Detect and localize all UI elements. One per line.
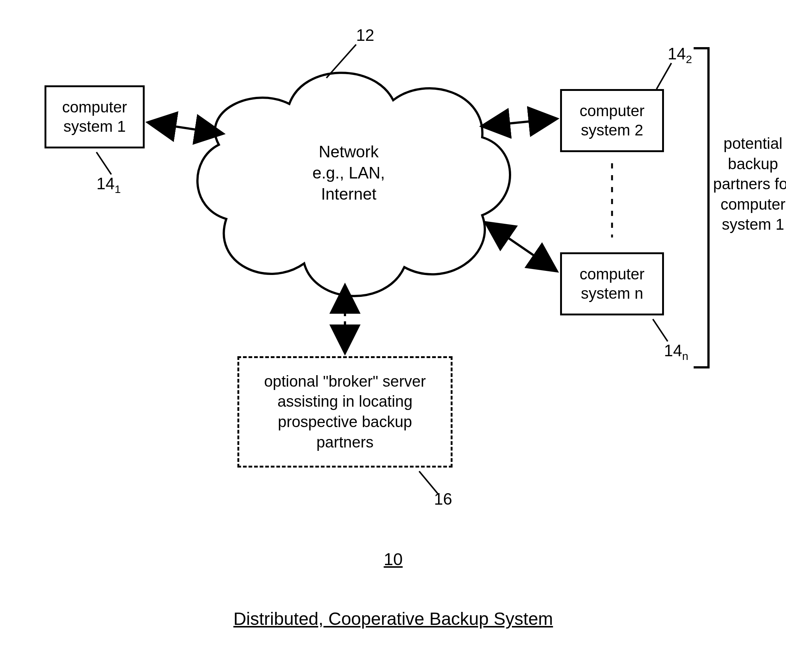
arrow-network-system2 [482, 119, 556, 126]
broker-box: optional "broker" server assisting in lo… [237, 356, 453, 467]
leader-line-14-1 [96, 152, 111, 175]
broker-label: optional "broker" server assisting in lo… [264, 371, 426, 452]
group-bracket [694, 48, 709, 367]
computer-system-2-label: computer system 2 [579, 101, 644, 140]
ref-14-2: 142 [668, 44, 692, 66]
ref-16: 16 [434, 490, 452, 508]
ref-14-1: 141 [96, 175, 121, 195]
computer-system-1-label: computer system 1 [62, 98, 127, 137]
figure-number: 10 [356, 549, 430, 569]
computer-system-2-box: computer system 2 [560, 89, 664, 152]
group-label: potential backup partners for computer s… [712, 134, 786, 235]
computer-system-1-box: computer system 1 [44, 85, 145, 148]
ref-14-n: 14n [664, 342, 689, 362]
network-label: Network e.g., LAN, Internet [282, 141, 415, 205]
leader-line-14-2 [657, 63, 671, 89]
computer-system-n-box: computer system n [560, 252, 664, 315]
computer-system-n-label: computer system n [579, 264, 644, 304]
figure-title: Distributed, Cooperative Backup System [208, 609, 578, 629]
arrow-network-systemn [486, 223, 556, 271]
arrow-system1-network [148, 123, 223, 134]
ref-12: 12 [356, 26, 374, 44]
leader-line-12 [326, 44, 356, 78]
leader-line-14-n [653, 319, 668, 342]
diagram-stage: computer system 1 computer system 2 comp… [0, 0, 786, 672]
